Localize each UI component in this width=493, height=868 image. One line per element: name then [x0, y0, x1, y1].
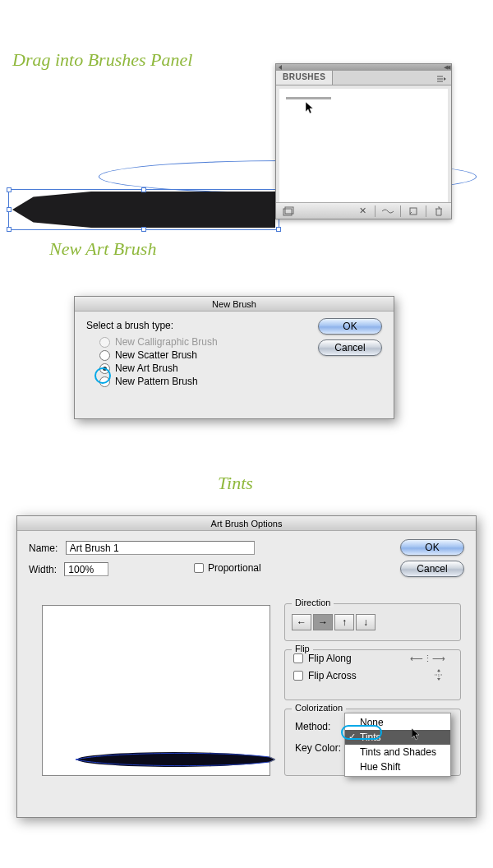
step2-heading: New Art Brush — [49, 238, 156, 260]
dialog-title: New Brush — [75, 297, 394, 312]
direction-up-button[interactable]: ↑ — [334, 614, 354, 630]
new-brush-dialog: New Brush Select a brush type: New Calli… — [74, 296, 394, 419]
flip-along-icon: ⟵⋮⟶ — [410, 653, 452, 664]
direction-down-button[interactable]: ↓ — [356, 614, 376, 630]
radio-pattern[interactable]: New Pattern Brush — [99, 376, 382, 387]
new-brush-icon[interactable] — [406, 205, 421, 217]
art-brush-options-dialog: Art Brush Options Name: Width: Proportio… — [16, 515, 477, 818]
preview-brush-shape — [76, 750, 275, 769]
direction-legend: Direction — [292, 598, 334, 607]
name-label: Name: — [29, 542, 58, 554]
brush-thumbnail[interactable] — [286, 97, 331, 99]
proportional-label: Proportional — [208, 562, 261, 574]
brushes-panel[interactable]: ◀◀ BRUSHES ✕ — [275, 63, 452, 219]
cancel-button[interactable]: Cancel — [318, 339, 382, 356]
cancel-button[interactable]: Cancel — [400, 561, 464, 577]
radio-label: New Pattern Brush — [115, 376, 198, 387]
checkbox-icon[interactable] — [293, 671, 303, 681]
colorization-legend: Colorization — [292, 703, 346, 713]
method-label: Method: — [295, 721, 330, 732]
cursor-icon — [306, 102, 316, 118]
trash-icon[interactable] — [431, 205, 446, 217]
selection-bounding-box[interactable] — [8, 189, 279, 230]
proportional-checkbox[interactable]: Proportional — [194, 562, 261, 574]
menu-item-label: Tints — [360, 732, 381, 743]
checkbox-icon[interactable] — [293, 653, 303, 663]
radio-art[interactable]: New Art Brush — [99, 362, 382, 374]
radio-label: New Scatter Brush — [115, 349, 197, 361]
brushes-panel-footer: ✕ — [276, 202, 451, 219]
direction-left-button[interactable]: ← — [292, 614, 311, 630]
width-label: Width: — [29, 564, 57, 575]
method-option-tints-shades[interactable]: Tints and Shades — [345, 745, 450, 760]
ok-button[interactable]: OK — [318, 318, 382, 335]
direction-right-button[interactable]: → — [313, 614, 333, 630]
radio-icon[interactable] — [99, 350, 110, 361]
method-dropdown-popup[interactable]: None ✓ Tints Tints and Shades Hue Shift — [344, 713, 451, 777]
panel-menu-icon[interactable] — [431, 71, 451, 85]
brush-preview — [42, 605, 270, 776]
stroke-options-icon[interactable] — [380, 205, 395, 217]
flip-legend: Flip — [292, 644, 313, 653]
name-input[interactable] — [66, 541, 255, 555]
svg-rect-2 — [410, 208, 417, 215]
dock-icon[interactable]: ◀◀ — [444, 64, 449, 71]
flip-fieldset: Flip Flip Along ⟵⋮⟶ Flip Across — [284, 649, 461, 700]
method-option-hue-shift[interactable]: Hue Shift — [345, 760, 450, 774]
flip-across-checkbox[interactable]: Flip Across — [285, 667, 460, 685]
radio-icon — [99, 337, 110, 348]
radio-label: New Art Brush — [115, 362, 178, 374]
panel-tabs: BRUSHES — [276, 71, 451, 85]
dialog-title: Art Brush Options — [17, 516, 476, 531]
flip-across-label: Flip Across — [308, 670, 357, 681]
tutorial-highlight-circle — [94, 367, 111, 384]
ok-button[interactable]: OK — [400, 539, 464, 556]
cursor-icon — [412, 728, 422, 744]
flip-across-icon — [432, 669, 452, 682]
remove-stroke-icon[interactable]: ✕ — [355, 205, 370, 217]
brushes-tab[interactable]: BRUSHES — [276, 71, 333, 85]
width-input[interactable] — [64, 562, 108, 576]
method-option-tints[interactable]: ✓ Tints — [345, 730, 450, 745]
keycolor-label: Key Color: — [295, 742, 341, 754]
prompt-label: Select a brush type: — [86, 320, 173, 331]
panel-titlebar[interactable]: ◀◀ — [276, 64, 451, 71]
direction-fieldset: Direction ← → ↑ ↓ — [284, 603, 461, 641]
checkbox-icon[interactable] — [194, 563, 204, 573]
check-icon: ✓ — [348, 732, 356, 742]
radio-label: New Calligraphic Brush — [115, 336, 218, 348]
collapse-icon[interactable] — [279, 65, 282, 70]
brushes-panel-body[interactable] — [279, 89, 448, 207]
flip-along-label: Flip Along — [308, 653, 352, 664]
libraries-icon[interactable] — [281, 205, 296, 217]
step3-heading: Tints — [218, 473, 253, 494]
method-option-none[interactable]: None — [345, 715, 450, 730]
